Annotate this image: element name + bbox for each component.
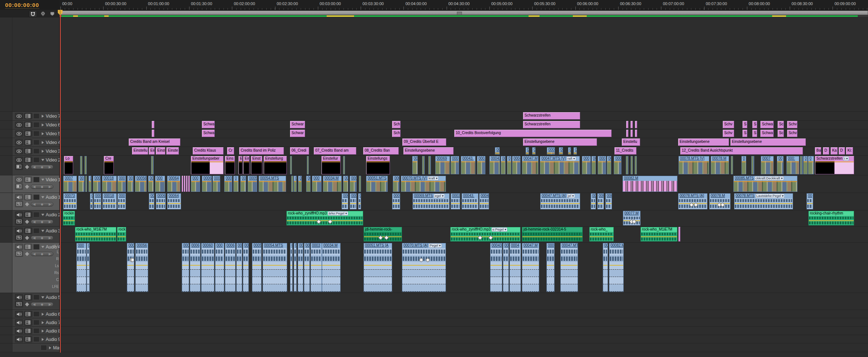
expand-track-twirl[interactable]: [42, 124, 44, 126]
opacity-rubber-band[interactable]: [451, 162, 459, 162]
volume-rubber-band[interactable]: [807, 203, 813, 204]
opacity-rubber-band[interactable]: [393, 181, 399, 182]
track-lock-toggle[interactable]: [33, 113, 40, 119]
track-lock-toggle[interactable]: [33, 295, 40, 300]
volume-rubber-band[interactable]: [117, 236, 126, 237]
keyframe-nav-control[interactable]: ◀◆▶: [31, 185, 53, 189]
track-header-audio-1[interactable]: Audio 1◀◆▶: [0, 193, 60, 210]
volume-rubber-band[interactable]: [263, 265, 287, 266]
clip-00[interactable]: 00: [591, 156, 596, 174]
track-lock-toggle[interactable]: [33, 320, 40, 325]
track-content-video-7[interactable]: Schwarzstreifen: [60, 112, 868, 120]
track-lock-toggle[interactable]: [33, 212, 40, 217]
clip-effect-badge[interactable]: ckkraft:Deckkraft ▾: [755, 176, 784, 181]
clip-einstellungsebene[interactable]: Einstellungsebene: [403, 147, 454, 155]
opacity-rubber-band[interactable]: [607, 162, 611, 162]
clip[interactable]: [359, 176, 361, 192]
clip-schv[interactable]: Schv: [723, 121, 734, 128]
clip-0007[interactable]: 0007: [63, 176, 77, 192]
toggle-track-mute-button[interactable]: [15, 328, 23, 334]
opacity-rubber-band[interactable]: [761, 162, 773, 162]
toggle-track-output-button[interactable]: [15, 139, 23, 145]
opacity-rubber-band[interactable]: [547, 153, 555, 153]
opacity-rubber-band[interactable]: [312, 181, 321, 182]
clip[interactable]: [731, 156, 733, 174]
volume-rubber-band[interactable]: [503, 265, 508, 266]
clip-effect-badge[interactable]: Lautstärke:Pegel ▾: [755, 194, 785, 198]
clip[interactable]: [84, 156, 87, 174]
clip-00[interactable]: 00: [501, 156, 506, 174]
set-display-style-button[interactable]: [24, 122, 32, 128]
clip-rock-who-m1ie7m[interactable]: rock-who_M1iE7M: [75, 227, 116, 242]
opacity-rubber-band[interactable]: [495, 153, 499, 153]
waveform-style-icon[interactable]: [15, 235, 23, 241]
track-header-video-5[interactable]: Video 5: [0, 129, 60, 138]
clip-000-[interactable]: 000.: [477, 156, 485, 174]
volume-rubber-band[interactable]: [364, 265, 392, 266]
work-area-bar[interactable]: [60, 11, 868, 15]
toggle-track-output-button[interactable]: [15, 130, 23, 137]
clip-00018[interactable]: 00018: [102, 176, 117, 192]
track-header-video-1[interactable]: Video 1◀◆▶: [0, 175, 60, 193]
clip[interactable]: [635, 121, 637, 128]
clip-einstellu[interactable]: Einstellu: [132, 147, 148, 155]
volume-rubber-band[interactable]: [215, 265, 224, 266]
clip-0[interactable]: 0: [90, 193, 93, 209]
clip-07-credits-band-am[interactable]: 07_Credits Band am: [314, 147, 356, 155]
track-lock-toggle[interactable]: [33, 337, 40, 342]
clip-ein[interactable]: Ein: [149, 147, 155, 155]
opacity-rubber-band[interactable]: [533, 153, 535, 153]
track-content-audio-1[interactable]: 0007300000001800000000600064000000000000…: [60, 193, 868, 210]
volume-rubber-band[interactable]: [603, 265, 608, 266]
clip[interactable]: [751, 156, 754, 174]
clip-00078-m[interactable]: 00078.M: [709, 193, 730, 209]
clip-00082-m[interactable]: 00082.M: [609, 243, 624, 292]
clip-00[interactable]: 00: [607, 156, 611, 174]
clip-00[interactable]: 00: [343, 176, 348, 192]
clip-000[interactable]: 000: [342, 193, 348, 209]
playhead-line[interactable]: [60, 10, 61, 353]
clip[interactable]: [152, 121, 154, 128]
clip-0[interactable]: 0: [87, 243, 90, 292]
expand-track-twirl[interactable]: [41, 296, 44, 299]
set-display-style-button[interactable]: [24, 194, 32, 200]
track-content-audio-5[interactable]: [60, 293, 868, 309]
set-display-style-button[interactable]: [24, 319, 32, 326]
clip[interactable]: [307, 156, 309, 174]
opacity-rubber-band[interactable]: [804, 162, 807, 162]
clip-credits-klaus[interactable]: Credits Klaus: [193, 147, 223, 155]
volume-rubber-band[interactable]: [287, 220, 363, 221]
clip-einst[interactable]: Einst: [251, 156, 262, 174]
clip-cre[interactable]: Cre: [104, 156, 114, 174]
opacity-rubber-band[interactable]: [507, 162, 511, 162]
toggle-track-mute-button[interactable]: [15, 194, 23, 200]
add-keyframe-diamond[interactable]: [25, 236, 29, 240]
clip[interactable]: [80, 156, 82, 174]
clip-ki-[interactable]: Ki:: [846, 147, 853, 155]
clip-00047-mts-v-[interactable]: 00047.MTS [V]raft ▾: [540, 156, 580, 174]
clip[interactable]: [186, 176, 188, 192]
clip-00064[interactable]: 00064: [167, 176, 180, 192]
clip-d[interactable]: D: [823, 147, 829, 155]
volume-rubber-band[interactable]: [64, 203, 76, 204]
add-keyframe-diamond[interactable]: [25, 252, 29, 256]
expand-track-twirl[interactable]: [41, 179, 44, 181]
clip-0[interactable]: 0: [526, 147, 529, 155]
clip-000[interactable]: 000: [605, 193, 612, 209]
clip-00047-mts-a-[interactable]: 00047.MTS [A]jel ▾: [540, 193, 580, 209]
clip-000[interactable]: 000: [94, 193, 101, 209]
clip-000[interactable]: 000: [582, 156, 591, 174]
toggle-track-mute-button[interactable]: [15, 244, 23, 250]
keyframe-nav-control[interactable]: ◀◆▶: [31, 252, 53, 256]
opacity-rubber-band[interactable]: [559, 153, 563, 153]
set-display-style-button[interactable]: [24, 113, 32, 119]
volume-rubber-band[interactable]: [809, 220, 854, 221]
set-display-style-button[interactable]: [24, 130, 32, 137]
expand-track-twirl[interactable]: [42, 141, 44, 144]
track-lock-toggle[interactable]: [33, 311, 40, 317]
volume-rubber-band[interactable]: [290, 265, 292, 266]
volume-rubber-band[interactable]: [641, 236, 677, 237]
opacity-rubber-band[interactable]: [742, 162, 746, 162]
clip-0[interactable]: 0: [741, 156, 746, 174]
clip-000[interactable]: 000: [93, 176, 101, 192]
